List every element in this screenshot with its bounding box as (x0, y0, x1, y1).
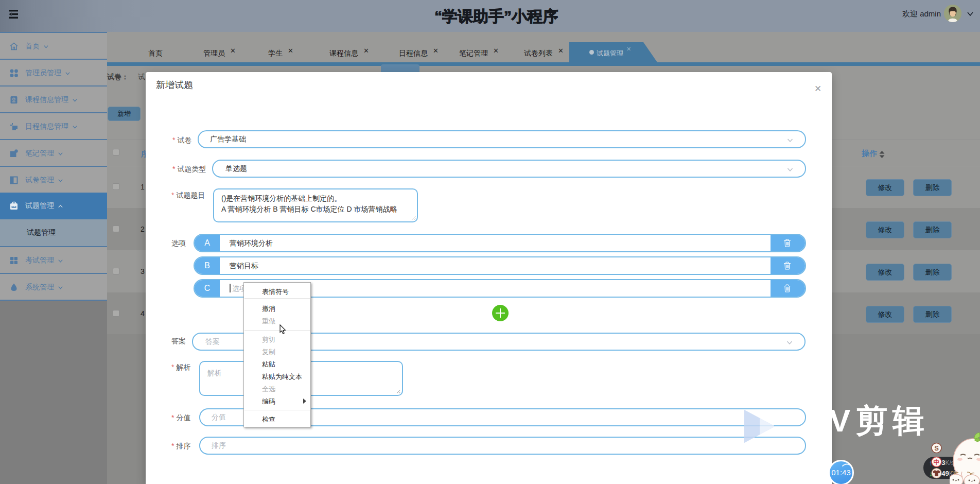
svg-text:中: 中 (934, 459, 940, 466)
svg-text:S: S (934, 444, 939, 452)
